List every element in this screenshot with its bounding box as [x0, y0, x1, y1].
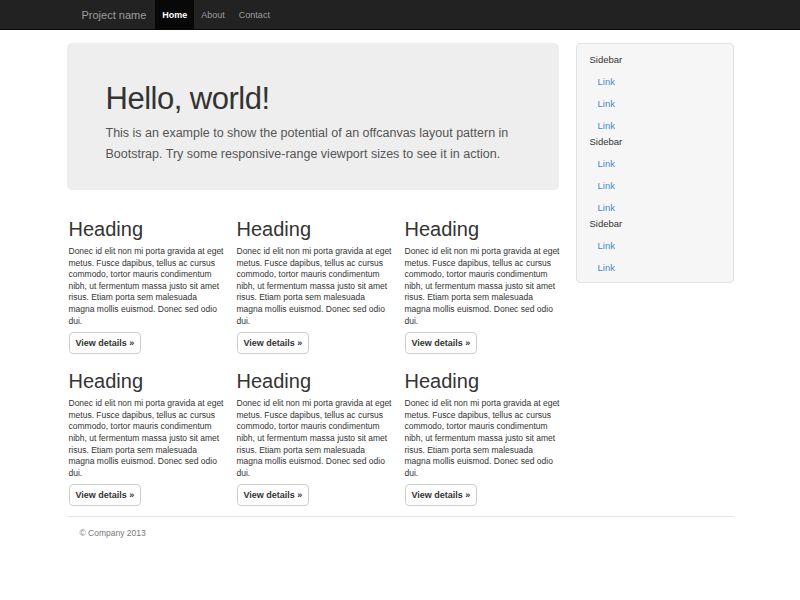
sidebar-group-title: Sidebar — [590, 54, 723, 66]
card-heading: Heading — [69, 219, 227, 240]
sidebar-link[interactable]: Link — [590, 158, 723, 170]
view-details-button[interactable]: View details » — [69, 332, 142, 354]
sidebar-link[interactable]: Link — [590, 120, 723, 132]
view-details-button[interactable]: View details » — [405, 484, 478, 506]
card-body: Donec id elit non mi porta gravida at eg… — [237, 398, 393, 479]
card: Heading Donec id elit non mi porta gravi… — [69, 371, 227, 506]
sidebar-group-title: Sidebar — [590, 218, 723, 230]
page-content: Hello, world! This is an example to show… — [67, 43, 734, 506]
nav-item-contact[interactable]: Contact — [232, 0, 277, 30]
card: Heading Donec id elit non mi porta gravi… — [69, 219, 227, 354]
sidebar-link[interactable]: Link — [590, 202, 723, 214]
card: Heading Donec id elit non mi porta gravi… — [405, 371, 563, 506]
brand-link[interactable]: Project name — [67, 0, 147, 30]
jumbotron: Hello, world! This is an example to show… — [67, 43, 559, 190]
card-heading: Heading — [237, 371, 395, 392]
copyright-text: © Company 2013 — [80, 528, 734, 538]
card-heading: Heading — [405, 371, 563, 392]
sidebar-link[interactable]: Link — [590, 240, 723, 252]
card-body: Donec id elit non mi porta gravida at eg… — [69, 246, 225, 327]
sidebar-link[interactable]: Link — [590, 180, 723, 192]
card-body: Donec id elit non mi porta gravida at eg… — [405, 398, 561, 479]
card-heading: Heading — [69, 371, 227, 392]
sidebar-link[interactable]: Link — [590, 76, 723, 88]
cards-grid: Heading Donec id elit non mi porta gravi… — [69, 219, 559, 506]
navbar-links: Home About Contact — [155, 0, 277, 30]
card: Heading Donec id elit non mi porta gravi… — [237, 371, 395, 506]
sidebar-link[interactable]: Link — [590, 98, 723, 110]
card-body: Donec id elit non mi porta gravida at eg… — [69, 398, 225, 479]
view-details-button[interactable]: View details » — [69, 484, 142, 506]
view-details-button[interactable]: View details » — [237, 332, 310, 354]
page-title: Hello, world! — [106, 81, 519, 117]
card-body: Donec id elit non mi porta gravida at eg… — [405, 246, 561, 327]
sidebar-link[interactable]: Link — [590, 262, 723, 274]
navbar-container: Project name Home About Contact — [67, 0, 734, 30]
footer: © Company 2013 — [67, 516, 734, 538]
card-heading: Heading — [237, 219, 395, 240]
view-details-button[interactable]: View details » — [405, 332, 478, 354]
nav-item-about[interactable]: About — [194, 0, 232, 30]
card: Heading Donec id elit non mi porta gravi… — [237, 219, 395, 354]
main-column: Hello, world! This is an example to show… — [67, 43, 559, 506]
card-heading: Heading — [405, 219, 563, 240]
sidebar-group-title: Sidebar — [590, 136, 723, 148]
sidebar: Sidebar Link Link Link Sidebar Link Link… — [576, 43, 734, 283]
navbar: Project name Home About Contact — [0, 0, 800, 30]
card: Heading Donec id elit non mi porta gravi… — [405, 219, 563, 354]
view-details-button[interactable]: View details » — [237, 484, 310, 506]
jumbotron-text: This is an example to show the potential… — [106, 123, 519, 165]
card-body: Donec id elit non mi porta gravida at eg… — [237, 246, 393, 327]
nav-item-home[interactable]: Home — [155, 0, 194, 30]
